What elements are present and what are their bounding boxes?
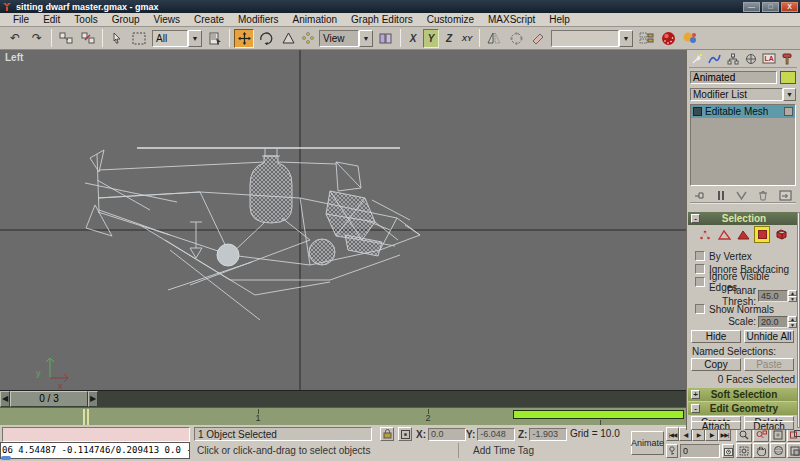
restrict-z-button[interactable]: Z <box>441 29 457 48</box>
restrict-xy-plane-button[interactable]: XY <box>459 29 475 48</box>
material-editor-icon[interactable] <box>658 29 678 48</box>
detach-button[interactable]: Detach <box>744 421 794 430</box>
maxscript-listener-input[interactable] <box>2 427 190 442</box>
attach-button[interactable]: Attach <box>691 421 741 430</box>
checkbox-box[interactable] <box>695 304 705 314</box>
collapse-icon[interactable]: - <box>691 214 700 223</box>
wireframe-model[interactable] <box>85 148 420 320</box>
x-coordinate[interactable]: X: 0.0 <box>416 427 466 441</box>
select-and-move-icon[interactable] <box>234 29 254 48</box>
tab-utilities-icon[interactable] <box>779 53 794 66</box>
planar-thresh-field[interactable]: 45.0 <box>758 290 788 302</box>
y-coordinate[interactable]: Y: -6.048 <box>466 427 515 441</box>
tab-hierarchy-icon[interactable] <box>725 53 740 66</box>
collapse-icon[interactable]: - <box>691 404 700 413</box>
time-slider-thumb[interactable]: 0 / 3 <box>10 391 88 407</box>
select-and-link-icon[interactable] <box>56 29 76 48</box>
menu-edit[interactable]: Edit <box>36 14 67 25</box>
named-selection-sets-dropdown[interactable]: ▼ <box>551 30 633 47</box>
spinner-arrows[interactable]: ▲▼ <box>788 316 797 328</box>
polygon-mode-icon[interactable] <box>754 226 770 243</box>
menu-modifiers[interactable]: Modifiers <box>231 14 286 25</box>
add-time-tag-button[interactable]: Add Time Tag <box>458 443 548 458</box>
selection-filter-dropdown[interactable]: All ▼ <box>152 30 202 47</box>
min-max-toggle-icon[interactable] <box>787 443 800 458</box>
track-bar[interactable]: 1 2 <box>0 407 686 425</box>
object-color-swatch[interactable] <box>780 71 796 84</box>
arc-rotate-icon[interactable] <box>770 443 786 458</box>
tab-display-icon[interactable]: LA <box>761 53 776 66</box>
close-button[interactable]: X <box>781 2 798 12</box>
chevron-down-icon[interactable]: ▼ <box>359 30 373 47</box>
remove-modifier-icon[interactable] <box>758 190 768 201</box>
edit-geometry-rollout-header[interactable]: - Edit Geometry <box>688 402 799 415</box>
maxscript-listener-output[interactable]: 06 4.54487 -0.114746/0.209413 0.0 -0.977… <box>0 442 190 459</box>
select-and-rotate-icon[interactable] <box>256 29 276 48</box>
vertex-mode-icon[interactable] <box>697 226 713 243</box>
spinner-arrows[interactable]: ▲▼ <box>788 290 797 302</box>
menu-animation[interactable]: Animation <box>286 14 344 25</box>
object-name-field[interactable]: Animated <box>690 71 777 84</box>
z-value[interactable]: -1.903 <box>529 428 567 441</box>
mirror-icon[interactable] <box>484 29 504 48</box>
time-configuration-icon[interactable] <box>722 444 734 458</box>
key-mode-toggle-icon[interactable] <box>666 444 678 458</box>
by-vertex-checkbox[interactable]: By Vertex <box>695 250 752 262</box>
current-frame-field[interactable]: 0 <box>680 444 720 458</box>
menu-tools[interactable]: Tools <box>67 14 104 25</box>
x-value[interactable]: 0.0 <box>428 428 466 441</box>
modifier-list-dropdown[interactable]: Modifier List ▼ <box>690 88 796 101</box>
menu-graph-editors[interactable]: Graph Editors <box>344 14 420 25</box>
chevron-down-icon[interactable]: ▼ <box>619 30 633 47</box>
z-coordinate[interactable]: Z: -1.903 <box>518 427 567 441</box>
listener-scroll-thumb[interactable] <box>1 456 11 460</box>
face-mode-icon[interactable] <box>735 226 751 243</box>
stack-endresult-box[interactable] <box>784 107 793 116</box>
manipulate-icon[interactable] <box>300 29 316 48</box>
selection-lock-icon[interactable] <box>380 427 394 441</box>
undo-icon[interactable]: ↶ <box>5 29 25 48</box>
select-by-name-icon[interactable] <box>205 29 225 48</box>
redo-icon[interactable]: ↷ <box>27 29 47 48</box>
maximize-button[interactable]: □ <box>762 2 779 12</box>
time-slider-next-icon[interactable]: ▶ <box>88 391 98 407</box>
menu-views[interactable]: Views <box>147 14 188 25</box>
menu-maxscript[interactable]: MAXScript <box>481 14 542 25</box>
time-slider-prev-icon[interactable]: ◀ <box>0 391 10 407</box>
current-frame-marker[interactable] <box>87 409 89 425</box>
reference-coordsys-dropdown[interactable]: View ▼ <box>319 30 373 47</box>
soft-selection-rollout-header[interactable]: + Soft Selection <box>688 388 799 401</box>
checkbox-box[interactable] <box>695 264 705 274</box>
menu-create[interactable]: Create <box>187 14 231 25</box>
current-frame-marker[interactable] <box>83 409 85 425</box>
use-center-icon[interactable] <box>376 29 396 48</box>
region-zoom-icon[interactable] <box>736 443 752 458</box>
stack-item-editable-mesh[interactable]: Editable Mesh <box>691 105 795 118</box>
restrict-y-button[interactable]: Y <box>423 29 439 48</box>
menu-customize[interactable]: Customize <box>420 14 481 25</box>
checkbox-box[interactable] <box>695 251 705 261</box>
viewport-left[interactable]: y x Left <box>0 50 686 390</box>
rectangular-selection-region-icon[interactable] <box>129 29 149 48</box>
copy-button[interactable]: Copy <box>691 358 741 371</box>
absolute-offset-toggle-icon[interactable] <box>398 427 412 441</box>
viewport-label[interactable]: Left <box>5 52 23 63</box>
select-and-scale-icon[interactable] <box>278 29 298 48</box>
selected-key-range[interactable] <box>513 410 684 419</box>
align-icon[interactable] <box>528 29 548 48</box>
edge-mode-icon[interactable] <box>716 226 732 243</box>
expand-icon[interactable]: + <box>691 390 700 399</box>
configure-modifier-sets-icon[interactable] <box>779 190 792 201</box>
unhide-all-button[interactable]: Unhide All <box>744 330 794 343</box>
make-unique-icon[interactable] <box>736 191 747 201</box>
menu-help[interactable]: Help <box>542 14 577 25</box>
select-object-icon[interactable] <box>107 29 127 48</box>
pin-stack-icon[interactable] <box>694 190 706 201</box>
tab-motion-icon[interactable] <box>743 53 758 66</box>
element-mode-icon[interactable] <box>773 226 789 243</box>
restrict-x-button[interactable]: X <box>405 29 421 48</box>
menu-group[interactable]: Group <box>105 14 147 25</box>
unlink-selection-icon[interactable] <box>78 29 98 48</box>
show-normals-checkbox[interactable]: Show Normals <box>695 303 774 315</box>
menu-file[interactable]: File <box>6 14 36 25</box>
